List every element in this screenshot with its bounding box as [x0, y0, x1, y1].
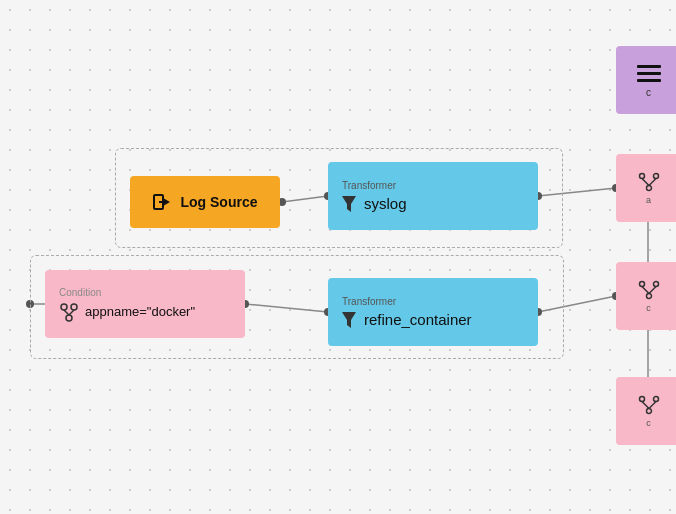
svg-line-37 [649, 287, 656, 294]
branch-icon-right-1 [637, 171, 661, 193]
list-icon [635, 62, 663, 84]
condition-docker-label: Condition [59, 287, 231, 298]
svg-point-28 [639, 174, 644, 179]
transformer-syslog-title: syslog [364, 195, 407, 212]
transformer-syslog-label: Transformer [342, 180, 524, 191]
filter-icon-syslog [342, 196, 356, 212]
right-node-3-label: c [646, 418, 651, 428]
svg-point-29 [653, 174, 658, 179]
node-right-2[interactable]: c [616, 262, 676, 330]
node-condition-docker[interactable]: Condition appname="docker" [45, 270, 245, 338]
node-purple[interactable]: c [616, 46, 676, 114]
svg-line-42 [649, 402, 656, 409]
svg-point-30 [646, 186, 651, 191]
svg-line-32 [649, 179, 656, 186]
svg-line-0 [282, 196, 328, 202]
right-node-2-label: c [646, 303, 651, 313]
branch-icon-right-2 [637, 279, 661, 301]
svg-line-27 [69, 310, 74, 315]
node-right-3[interactable]: c [616, 377, 676, 445]
login-icon [152, 192, 172, 212]
transformer-refine-label: Transformer [342, 296, 524, 307]
svg-point-35 [646, 294, 651, 299]
svg-rect-17 [637, 72, 661, 75]
svg-line-3 [245, 304, 328, 312]
svg-line-26 [64, 310, 69, 315]
filter-icon-refine [342, 312, 356, 328]
svg-rect-18 [637, 79, 661, 82]
condition-docker-title: appname="docker" [85, 304, 195, 319]
svg-line-41 [642, 402, 649, 409]
purple-node-label: c [646, 87, 651, 98]
pipeline-canvas: c Log Source Transformer syslog Transfor… [0, 0, 676, 514]
node-log-source[interactable]: Log Source [130, 176, 280, 228]
node-transformer-refine[interactable]: Transformer refine_container [328, 278, 538, 346]
svg-point-33 [639, 282, 644, 287]
svg-point-25 [66, 315, 72, 321]
log-source-title: Log Source [180, 194, 257, 210]
node-right-1[interactable]: a [616, 154, 676, 222]
svg-point-34 [653, 282, 658, 287]
svg-line-31 [642, 179, 649, 186]
svg-point-40 [646, 409, 651, 414]
svg-point-38 [639, 397, 644, 402]
branch-icon-right-3 [637, 394, 661, 416]
svg-point-13 [26, 300, 34, 308]
transformer-refine-title: refine_container [364, 311, 472, 328]
svg-line-4 [538, 296, 616, 312]
svg-point-23 [61, 304, 67, 310]
svg-line-1 [538, 188, 616, 196]
node-transformer-syslog[interactable]: Transformer syslog [328, 162, 538, 230]
svg-marker-22 [342, 312, 356, 328]
svg-point-24 [71, 304, 77, 310]
connectors-layer [0, 0, 676, 514]
svg-rect-16 [637, 65, 661, 68]
svg-point-39 [653, 397, 658, 402]
branch-icon-docker [59, 302, 79, 322]
svg-marker-21 [342, 196, 356, 212]
svg-line-36 [642, 287, 649, 294]
right-node-1-label: a [646, 195, 651, 205]
